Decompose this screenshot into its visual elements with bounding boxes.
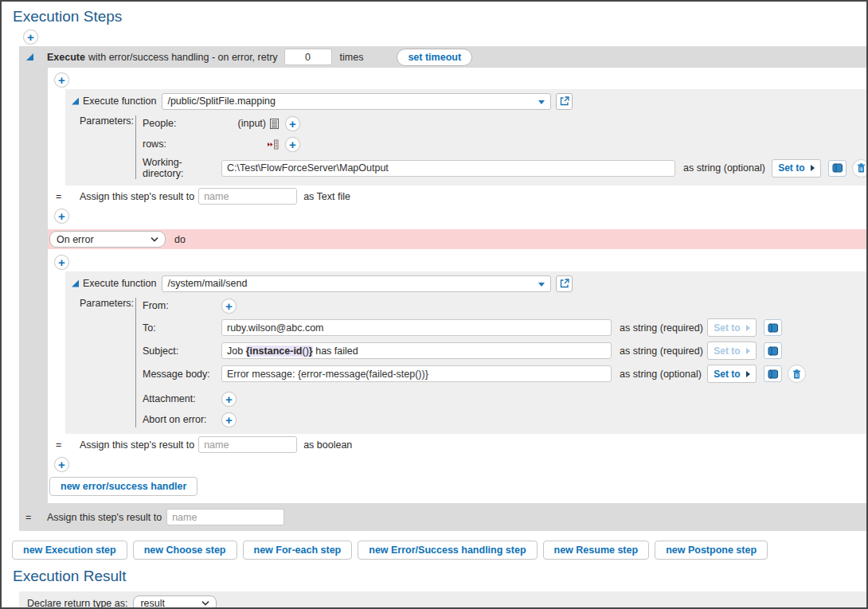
param-name: rows:: [143, 139, 221, 150]
error-handler-selected-value: On error: [57, 234, 94, 245]
assign-name-input[interactable]: [198, 188, 297, 205]
param-name: From:: [143, 300, 221, 311]
param-row-to: To: as string (required) Set to: [143, 318, 866, 337]
param-name: To:: [143, 322, 221, 334]
function-path-combobox[interactable]: /public/SplitFile.mapping: [162, 93, 551, 110]
add-parameter-value-button[interactable]: +: [221, 392, 237, 407]
assign-label: Assign this step's result to: [80, 439, 194, 451]
set-to-label: Set to: [778, 162, 804, 174]
plus-icon: +: [225, 393, 233, 405]
assign-result-row-outer: = Assign this step's result to: [19, 508, 866, 526]
edit-expression-button[interactable]: [828, 160, 846, 177]
execution-steps-title: Execution Steps: [2, 2, 866, 29]
to-input[interactable]: [221, 319, 612, 336]
edit-expression-button[interactable]: [764, 365, 782, 382]
subject-text: Job: [227, 345, 246, 357]
set-to-button[interactable]: Set to: [772, 159, 821, 178]
assign-result-row-step2: = Assign this step's result to as boolea…: [48, 434, 866, 455]
edit-expression-button[interactable]: [764, 342, 782, 359]
set-to-button-disabled: Set to: [707, 342, 757, 360]
new-execution-step-button[interactable]: new Execution step: [12, 541, 127, 560]
assign-result-row-step1: = Assign this step's result to as Text f…: [48, 185, 866, 207]
param-row-attachment: Attachment: +: [143, 391, 866, 407]
new-error-success-handling-step-button[interactable]: new Error/Success handling step: [358, 541, 537, 560]
menu-arrow-icon: [746, 348, 750, 354]
new-for-each-step-button[interactable]: new For-each step: [243, 541, 353, 560]
delete-parameter-button[interactable]: [788, 365, 806, 383]
error-handler-row: On error do: [48, 229, 866, 249]
subject-expression: {instance-id: [246, 345, 303, 357]
assign-name-input[interactable]: [166, 509, 284, 525]
set-to-label: Set to: [714, 369, 740, 380]
trash-icon: [792, 369, 801, 379]
dropdown-arrow-icon[interactable]: [538, 283, 545, 287]
add-parameter-value-button[interactable]: +: [221, 299, 237, 314]
collapse-expander-icon[interactable]: [26, 53, 33, 61]
assign-name-input[interactable]: [198, 436, 297, 453]
delete-parameter-button[interactable]: [852, 159, 868, 178]
open-function-button[interactable]: [556, 93, 573, 110]
equals-sign: =: [54, 439, 80, 451]
plus-icon: +: [225, 414, 233, 426]
execute-function-step-1: Execute function /public/SplitFile.mappi…: [65, 89, 866, 185]
add-inner-step-button[interactable]: +: [54, 72, 69, 88]
return-type-label: Declare return type as:: [27, 598, 127, 609]
parameters-label: Parameters:: [72, 298, 135, 427]
list-value-icon: [269, 119, 279, 129]
plus-icon: +: [58, 459, 65, 470]
function-path-combobox[interactable]: /system/mail/send: [162, 275, 551, 292]
function-path-value: /system/mail/send: [167, 278, 247, 289]
open-function-button[interactable]: [556, 275, 573, 292]
new-step-buttons-row: new Execution step new Choose step new F…: [2, 531, 866, 560]
collapse-expander-icon[interactable]: [72, 280, 79, 287]
execute-with-error-handling-block: Execute with error/success handling - on…: [19, 46, 866, 531]
menu-arrow-icon: [746, 325, 750, 331]
add-parameter-value-button[interactable]: +: [285, 137, 300, 152]
add-parameter-value-button[interactable]: +: [285, 116, 300, 131]
param-name: Working-directory:: [143, 157, 221, 179]
param-row-abort-on-error: Abort on error: +: [143, 412, 866, 427]
new-postpone-step-button[interactable]: new Postpone step: [655, 541, 768, 560]
expression-icon: [768, 369, 778, 379]
execution-result-row: Declare return type as: result: [19, 591, 866, 609]
assign-type-label: as Text file: [303, 191, 350, 202]
add-handler-step-button[interactable]: +: [54, 457, 69, 472]
new-choose-step-button[interactable]: new Choose step: [133, 541, 237, 560]
param-row-subject: Subject: Job {instance-id()} has failed …: [143, 342, 866, 360]
execute-function-label: Execute function: [83, 278, 156, 289]
error-handler-select[interactable]: On error: [49, 231, 166, 248]
add-inner-step-button[interactable]: +: [54, 209, 69, 224]
stream-into-list-icon: [267, 139, 279, 150]
chevron-down-icon: [151, 237, 158, 242]
execute-block-header: Execute with error/success handling - on…: [19, 46, 866, 68]
set-to-label: Set to: [714, 345, 740, 357]
do-label: do: [174, 234, 186, 245]
param-name: Abort on error:: [143, 414, 221, 425]
plus-icon: +: [289, 139, 296, 150]
set-timeout-button[interactable]: set timeout: [397, 49, 472, 66]
working-directory-input[interactable]: [221, 160, 675, 177]
menu-arrow-icon: [811, 165, 815, 171]
plus-icon: +: [58, 210, 65, 222]
message-body-input[interactable]: [221, 365, 612, 382]
add-handler-step-button[interactable]: +: [54, 255, 69, 270]
set-to-button[interactable]: Set to: [707, 365, 757, 383]
edit-expression-button[interactable]: [764, 319, 782, 336]
subject-input[interactable]: Job {instance-id()} has failed: [221, 342, 612, 359]
assign-label: Assign this step's result to: [47, 512, 162, 523]
new-error-success-handler-button[interactable]: new error/success handler: [49, 477, 197, 496]
equals-sign: =: [25, 512, 47, 523]
dropdown-arrow-icon[interactable]: [538, 100, 545, 104]
add-parameter-value-button[interactable]: +: [221, 412, 237, 427]
param-name: People:: [143, 118, 221, 129]
collapse-expander-icon[interactable]: [72, 98, 79, 105]
return-type-select[interactable]: result: [133, 595, 217, 609]
new-resume-step-button[interactable]: new Resume step: [543, 541, 650, 560]
retry-count-input[interactable]: [284, 49, 332, 65]
execute-function-step-2: Execute function /system/mail/send Param…: [65, 271, 866, 434]
plus-icon: +: [225, 300, 233, 312]
plus-icon: +: [58, 74, 65, 86]
param-type-label: as string (optional): [683, 162, 765, 174]
flowforce-job-config-page: Execution Steps + Execute with error/suc…: [0, 0, 868, 609]
add-step-button[interactable]: +: [23, 29, 38, 45]
